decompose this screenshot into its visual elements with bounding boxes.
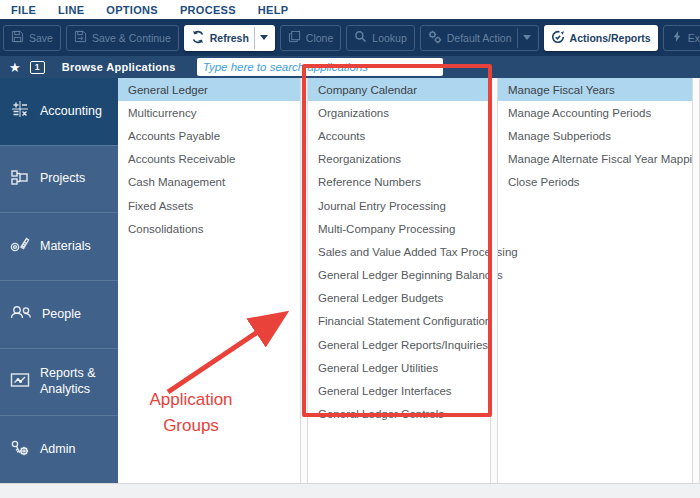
- application-group-list-item[interactable]: General Ledger Beginning Balances: [308, 264, 490, 287]
- default-action-split-divider: [517, 28, 518, 48]
- actions-reports-button[interactable]: Actions/Reports: [544, 25, 658, 51]
- default-action-dropdown-caret[interactable]: [523, 35, 531, 40]
- module-list-item[interactable]: Cash Management: [118, 171, 300, 194]
- favorites-star-icon[interactable]: ★: [9, 61, 21, 74]
- application-list-item[interactable]: Manage Accounting Periods: [498, 101, 692, 124]
- refresh-label: Refresh: [210, 32, 249, 44]
- application-window: FILE LINE OPTIONS PROCESS HELP Save Save…: [0, 0, 700, 498]
- modules-column: General LedgerMulticurrencyAccounts Paya…: [118, 78, 300, 483]
- menu-help[interactable]: HELP: [258, 4, 289, 16]
- application-list-item[interactable]: Manage Fiscal Years: [498, 78, 692, 101]
- application-list-item[interactable]: Manage Alternate Fiscal Year Mapping: [498, 148, 692, 171]
- clone-label: Clone: [306, 32, 333, 44]
- save-continue-icon: [74, 30, 87, 45]
- people-icon: [8, 300, 34, 328]
- sidebar-item-label: Reports & Analytics: [40, 366, 118, 397]
- application-group-list-item[interactable]: General Ledger Interfaces: [308, 379, 490, 402]
- applications-column: Manage Fiscal YearsManage Accounting Per…: [498, 78, 692, 483]
- application-group-list-item[interactable]: Sales and Value Added Tax Processing: [308, 240, 490, 263]
- sidebar-item-label: Materials: [40, 239, 95, 255]
- calculator-icon: [8, 97, 32, 125]
- application-list-item[interactable]: Close Periods: [498, 171, 692, 194]
- refresh-icon: [191, 30, 205, 46]
- lightning-icon: [671, 30, 683, 45]
- application-group-list-item[interactable]: Accounts: [308, 124, 490, 147]
- refresh-button[interactable]: Refresh: [184, 25, 275, 51]
- sidebar-item-label: Projects: [40, 171, 89, 187]
- application-search-input[interactable]: [197, 58, 443, 76]
- save-icon: [11, 30, 24, 45]
- sidebar-item-materials[interactable]: Materials: [0, 213, 118, 281]
- clone-button[interactable]: Clone: [280, 25, 341, 51]
- blocks-icon: [8, 165, 32, 193]
- bolt-washer-icon: [8, 233, 32, 261]
- module-sidebar: Accounting Projects Materials People Rep…: [0, 78, 118, 483]
- application-groups-column: Company CalendarOrganizationsAccountsReo…: [308, 78, 490, 483]
- menu-bar: FILE LINE OPTIONS PROCESS HELP: [0, 0, 700, 19]
- module-list-item[interactable]: Multicurrency: [118, 101, 300, 124]
- browse-applications-bar: ★ 1 Browse Applications: [0, 56, 700, 78]
- refresh-dropdown-caret[interactable]: [260, 35, 268, 40]
- refresh-split-divider: [254, 27, 255, 49]
- sidebar-item-admin[interactable]: Admin: [0, 416, 118, 483]
- module-list-item[interactable]: Accounts Payable: [118, 124, 300, 147]
- save-label: Save: [29, 32, 53, 44]
- menu-process[interactable]: PROCESS: [180, 4, 236, 16]
- module-list-item[interactable]: General Ledger: [118, 78, 300, 101]
- save-continue-label: Save & Continue: [92, 32, 171, 44]
- lookup-button[interactable]: Lookup: [346, 25, 414, 51]
- lookup-label: Lookup: [372, 32, 406, 44]
- sidebar-item-label: Accounting: [40, 104, 106, 120]
- save-continue-button[interactable]: Save & Continue: [66, 25, 179, 51]
- application-list-item[interactable]: Manage Subperiods: [498, 124, 692, 147]
- application-group-list-item[interactable]: Organizations: [308, 101, 490, 124]
- application-group-list-item[interactable]: Reference Numbers: [308, 171, 490, 194]
- sidebar-item-reports-analytics[interactable]: Reports & Analytics: [0, 349, 118, 417]
- sidebar-item-label: Admin: [40, 442, 79, 458]
- chart-icon: [8, 368, 32, 396]
- sidebar-item-people[interactable]: People: [0, 281, 118, 349]
- clone-icon: [288, 30, 301, 45]
- default-action-button[interactable]: Default Action: [420, 25, 539, 51]
- key-gear-icon: [8, 436, 32, 464]
- save-button[interactable]: Save: [3, 25, 61, 51]
- bottom-scrollbar-track[interactable]: [0, 483, 700, 498]
- module-list-item[interactable]: Accounts Receivable: [118, 148, 300, 171]
- application-group-list-item[interactable]: General Ledger Reports/Inquiries: [308, 333, 490, 356]
- application-group-list-item[interactable]: General Ledger Budgets: [308, 287, 490, 310]
- browse-applications-panel: General LedgerMulticurrencyAccounts Paya…: [118, 78, 700, 483]
- modules-scrollbar-track[interactable]: [300, 78, 308, 483]
- actions-reports-label: Actions/Reports: [570, 32, 651, 44]
- groups-scrollbar-track[interactable]: [490, 78, 498, 483]
- sidebar-item-label: People: [42, 307, 85, 323]
- application-group-list-item[interactable]: General Ledger Utilities: [308, 356, 490, 379]
- lookup-icon: [354, 30, 367, 45]
- gears-icon: [428, 30, 442, 46]
- menu-options[interactable]: OPTIONS: [106, 4, 158, 16]
- application-group-list-item[interactable]: Company Calendar: [308, 78, 490, 101]
- actions-reports-icon: [551, 30, 565, 46]
- menu-line[interactable]: LINE: [58, 4, 84, 16]
- execute-button[interactable]: Execute: [663, 25, 700, 51]
- execute-label: Execute: [688, 32, 700, 44]
- menu-file[interactable]: FILE: [11, 4, 36, 16]
- default-action-label: Default Action: [447, 32, 512, 44]
- module-list-item[interactable]: Consolidations: [118, 217, 300, 240]
- applications-scrollbar-track[interactable]: [692, 78, 700, 483]
- module-list-item[interactable]: Fixed Assets: [118, 194, 300, 217]
- application-group-list-item[interactable]: Reorganizations: [308, 148, 490, 171]
- application-group-list-item[interactable]: Financial Statement Configuration: [308, 310, 490, 333]
- application-group-list-item[interactable]: Multi-Company Processing: [308, 217, 490, 240]
- window-badge-icon[interactable]: 1: [30, 61, 45, 74]
- application-group-list-item[interactable]: Journal Entry Processing: [308, 194, 490, 217]
- sidebar-item-projects[interactable]: Projects: [0, 146, 118, 214]
- toolbar: Save Save & Continue Refresh Clone Looku…: [0, 19, 700, 56]
- application-group-list-item[interactable]: General Ledger Controls: [308, 403, 490, 426]
- sidebar-item-accounting[interactable]: Accounting: [0, 78, 118, 146]
- browse-applications-label: Browse Applications: [62, 61, 176, 73]
